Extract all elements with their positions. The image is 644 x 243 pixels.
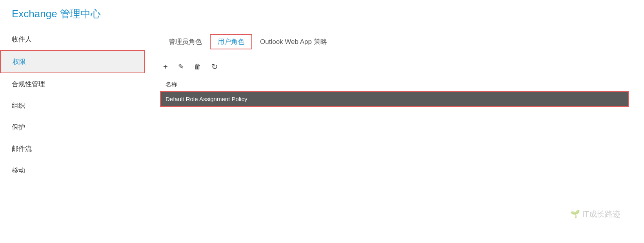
toolbar: + ✎ 🗑 ↻	[161, 49, 628, 78]
sidebar-item-organization[interactable]: 组织	[0, 95, 145, 116]
delete-button[interactable]: 🗑	[192, 61, 204, 73]
sidebar-item-compliance[interactable]: 合规性管理	[0, 73, 145, 95]
header: Exchange 管理中心	[0, 0, 644, 25]
add-button[interactable]: +	[161, 61, 170, 73]
tab-user-roles[interactable]: 用户角色	[210, 34, 252, 49]
table-row[interactable]: Default Role Assignment Policy	[161, 92, 628, 107]
app-title: Exchange 管理中心	[12, 8, 101, 20]
refresh-button[interactable]: ↻	[209, 60, 220, 73]
tab-admin-roles[interactable]: 管理员角色	[161, 34, 210, 49]
watermark: 🌱 IT成长路迹	[570, 209, 620, 219]
sidebar-item-mobile[interactable]: 移动	[0, 160, 145, 181]
sidebar-item-recipients[interactable]: 收件人	[0, 29, 145, 50]
main-layout: 收件人权限合规性管理组织保护邮件流移动 管理员角色用户角色Outlook Web…	[0, 25, 644, 243]
tab-owa-policy[interactable]: Outlook Web App 策略	[252, 34, 335, 49]
edit-button[interactable]: ✎	[176, 61, 186, 73]
sidebar-item-mailflow[interactable]: 邮件流	[0, 138, 145, 160]
data-table: 名称 Default Role Assignment Policy	[161, 78, 628, 106]
sidebar: 收件人权限合规性管理组织保护邮件流移动	[0, 25, 145, 243]
column-header-name: 名称	[161, 78, 628, 92]
content-area: 管理员角色用户角色Outlook Web App 策略 + ✎ 🗑 ↻ 名称 D…	[145, 25, 644, 243]
tab-bar: 管理员角色用户角色Outlook Web App 策略	[161, 25, 628, 49]
sidebar-item-permissions[interactable]: 权限	[0, 50, 145, 73]
sidebar-item-protection[interactable]: 保护	[0, 116, 145, 138]
